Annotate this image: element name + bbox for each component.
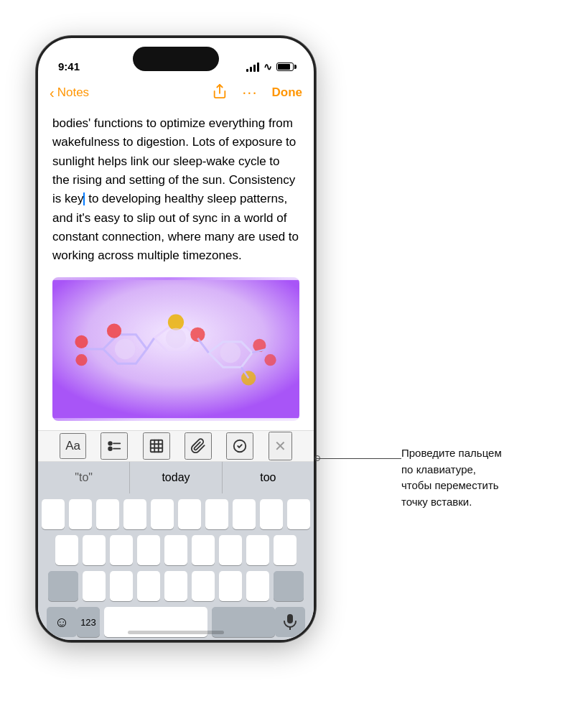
toolbar-close-button[interactable]: ✕ bbox=[269, 432, 292, 460]
signal-icon bbox=[246, 62, 259, 72]
table-button[interactable] bbox=[143, 432, 170, 460]
svg-point-9 bbox=[168, 314, 184, 330]
svg-point-21 bbox=[109, 442, 113, 445]
font-label: Aa bbox=[65, 439, 80, 453]
key-u[interactable] bbox=[205, 499, 228, 529]
key-q[interactable] bbox=[42, 499, 65, 529]
key-s[interactable] bbox=[83, 535, 106, 565]
note-text[interactable]: bodies' functions to optimize everything… bbox=[38, 108, 314, 272]
key-x[interactable] bbox=[110, 571, 133, 601]
mic-button[interactable] bbox=[275, 607, 305, 637]
keyboard-row-2 bbox=[41, 535, 311, 565]
autocorrect-item-1[interactable]: today bbox=[130, 462, 222, 493]
home-indicator bbox=[128, 631, 224, 634]
key-c[interactable] bbox=[137, 571, 160, 601]
keyboard-row-3 bbox=[41, 571, 311, 601]
key-n[interactable] bbox=[219, 571, 242, 601]
attachment-button[interactable] bbox=[185, 432, 212, 460]
key-t[interactable] bbox=[151, 499, 174, 529]
key-k[interactable] bbox=[246, 535, 269, 565]
svg-point-20 bbox=[220, 343, 241, 363]
key-a[interactable] bbox=[55, 535, 78, 565]
key-w[interactable] bbox=[69, 499, 92, 529]
key-delete[interactable] bbox=[274, 571, 304, 601]
key-v[interactable] bbox=[164, 571, 187, 601]
callout-text: Проведите пальцем по клавиатуре, чтобы п… bbox=[401, 445, 574, 510]
status-icons: ∿ bbox=[246, 61, 294, 73]
keyboard[interactable]: ☺ 123 bbox=[38, 493, 314, 640]
autocorrect-item-2[interactable]: too bbox=[223, 462, 314, 493]
more-button[interactable]: ··· bbox=[242, 83, 257, 102]
svg-rect-31 bbox=[287, 614, 293, 623]
back-chevron-icon: ‹ bbox=[50, 85, 55, 101]
key-b[interactable] bbox=[192, 571, 215, 601]
phone-frame: 9:41 ∿ ‹ Notes bbox=[36, 36, 316, 642]
list-button[interactable] bbox=[101, 432, 128, 460]
key-123[interactable]: 123 bbox=[77, 607, 100, 637]
emoji-icon: ☺ bbox=[55, 614, 69, 631]
autocorrect-label-2: too bbox=[260, 471, 276, 484]
font-button[interactable]: Aa bbox=[60, 433, 86, 459]
markup-button[interactable] bbox=[226, 432, 253, 460]
key-e[interactable] bbox=[96, 499, 119, 529]
key-r[interactable] bbox=[123, 499, 146, 529]
autocorrect-bar: "to" today too bbox=[38, 462, 314, 493]
back-label: Notes bbox=[57, 85, 89, 100]
key-l[interactable] bbox=[274, 535, 297, 565]
key-d[interactable] bbox=[110, 535, 133, 565]
key-m[interactable] bbox=[246, 571, 269, 601]
key-shift[interactable] bbox=[48, 571, 78, 601]
done-button[interactable]: Done bbox=[272, 85, 303, 100]
wifi-icon: ∿ bbox=[263, 61, 272, 73]
key-p[interactable] bbox=[287, 499, 310, 529]
callout: Проведите пальцем по клавиатуре, чтобы п… bbox=[401, 445, 574, 510]
text-after-cursor: to developing healthy sleep patterns, an… bbox=[52, 192, 299, 262]
emoji-button[interactable]: ☺ bbox=[47, 607, 77, 637]
close-icon: ✕ bbox=[274, 437, 286, 455]
callout-line bbox=[315, 458, 401, 459]
key-h[interactable] bbox=[192, 535, 215, 565]
key-z[interactable] bbox=[83, 571, 106, 601]
svg-point-5 bbox=[75, 335, 88, 348]
svg-point-19 bbox=[166, 328, 186, 348]
svg-rect-25 bbox=[150, 440, 162, 452]
share-button[interactable] bbox=[212, 83, 228, 103]
autocorrect-label-1: today bbox=[162, 471, 190, 484]
status-time: 9:41 bbox=[58, 60, 80, 73]
autocorrect-label-0: "to" bbox=[75, 471, 93, 484]
key-f[interactable] bbox=[137, 535, 160, 565]
svg-point-6 bbox=[75, 354, 87, 366]
nav-actions: ··· Done bbox=[212, 83, 302, 103]
svg-point-15 bbox=[264, 354, 276, 366]
svg-point-4 bbox=[107, 323, 121, 338]
content-area[interactable]: bodies' functions to optimize everything… bbox=[38, 108, 314, 424]
key-y[interactable] bbox=[178, 499, 201, 529]
dynamic-island bbox=[133, 47, 219, 71]
key-j[interactable] bbox=[219, 535, 242, 565]
note-image bbox=[52, 277, 299, 421]
key-o[interactable] bbox=[260, 499, 283, 529]
keyboard-row-1 bbox=[41, 499, 311, 529]
autocorrect-item-0[interactable]: "to" bbox=[38, 462, 130, 493]
nav-bar: ‹ Notes ··· Done bbox=[38, 77, 314, 108]
formatting-toolbar: Aa bbox=[38, 430, 314, 462]
key-i[interactable] bbox=[233, 499, 256, 529]
svg-point-18 bbox=[115, 339, 135, 359]
back-button[interactable]: ‹ Notes bbox=[50, 85, 89, 101]
battery-icon bbox=[276, 62, 294, 71]
svg-point-23 bbox=[109, 447, 113, 450]
key-g[interactable] bbox=[164, 535, 187, 565]
